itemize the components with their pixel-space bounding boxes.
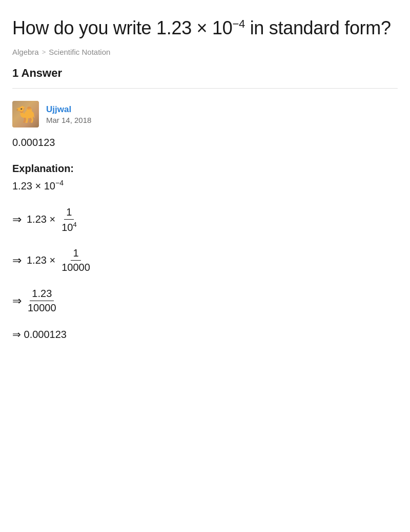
step-1-fraction: 1 104: [61, 206, 76, 233]
author-name[interactable]: Ujjwal: [46, 104, 91, 115]
step-1-coef: 1.23 ×: [27, 214, 55, 225]
step-2-coef: 1.23 ×: [27, 254, 55, 266]
answer-result: 0.000123: [12, 137, 398, 148]
step-0: 1.23 × 10−4: [12, 179, 398, 192]
step-2-numerator: 1: [71, 247, 80, 261]
explanation-label: Explanation:: [12, 163, 398, 175]
step-1-arrow: ⇒: [12, 213, 22, 226]
avatar-image: [12, 101, 39, 127]
breadcrumb-separator: >: [42, 48, 46, 56]
step-2-fraction: 1 10000: [61, 247, 90, 273]
step-3-arrow: ⇒: [12, 294, 22, 308]
answer-header: Ujjwal Mar 14, 2018: [12, 101, 398, 127]
step-2-denominator: 10000: [61, 261, 90, 273]
breadcrumb-current: Scientific Notation: [49, 48, 110, 56]
breadcrumb: Algebra > Scientific Notation: [12, 48, 398, 56]
step-2: ⇒ 1.23 × 1 10000: [12, 247, 398, 273]
step-0-text: 1.23 × 10−4: [12, 179, 64, 192]
answer-count: 1 Answer: [12, 67, 398, 80]
breadcrumb-parent: Algebra: [12, 48, 39, 56]
step-2-arrow: ⇒: [12, 254, 22, 267]
step-1: ⇒ 1.23 × 1 104: [12, 206, 398, 233]
answer-date: Mar 14, 2018: [46, 116, 91, 124]
step-3-fraction: 1.23 10000: [28, 288, 56, 314]
author-info: Ujjwal Mar 14, 2018: [46, 104, 91, 124]
question-title: How do you write 1.23 × 10−4 in standard…: [12, 16, 398, 39]
step-4-text: ⇒ 0.000123: [12, 328, 67, 341]
step-3-denominator: 10000: [28, 301, 56, 314]
avatar: [12, 101, 39, 127]
step-1-numerator: 1: [64, 206, 74, 220]
step-1-denominator: 104: [61, 220, 76, 233]
section-divider: [12, 88, 398, 89]
step-4: ⇒ 0.000123: [12, 328, 398, 341]
step-3-numerator: 1.23: [30, 288, 54, 301]
step-3: ⇒ 1.23 10000: [12, 288, 398, 314]
